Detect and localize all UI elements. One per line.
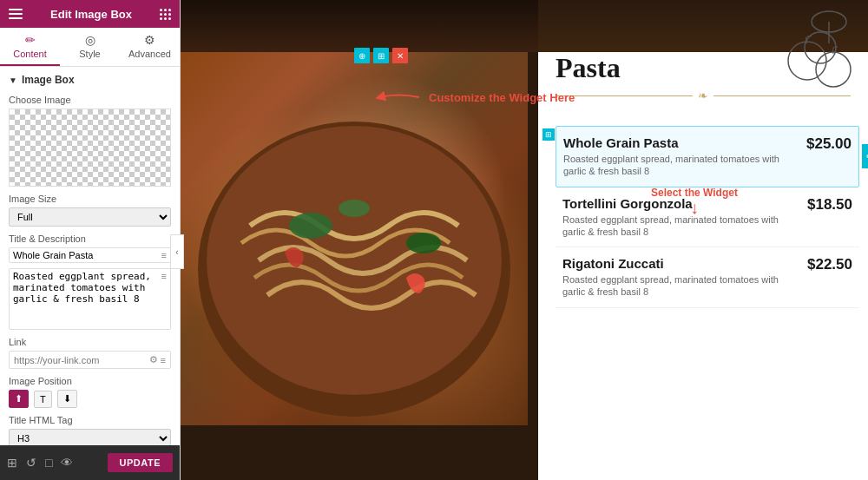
title-html-tag-label: Title HTML Tag — [9, 415, 171, 425]
panel-bottom: ⊞ ↺ □ 👁 UPDATE — [0, 445, 180, 480]
item-edit-btn[interactable]: ✏ — [862, 144, 868, 168]
menu-item-2-price: $22.50 — [807, 256, 852, 273]
link-label: Link — [9, 337, 171, 347]
panel-title: Edit Image Box — [50, 8, 132, 21]
food-image — [181, 52, 528, 425]
choose-image-label: Choose Image — [9, 95, 171, 105]
menu-item-0-desc: Roasted eggplant spread, marinated tomat… — [563, 153, 798, 178]
customize-annotation: Customize the Widget Here — [372, 89, 575, 106]
title-input-row: ≡ — [9, 247, 171, 263]
image-position-label: Image Position — [9, 376, 171, 386]
link-row: ⚙ ≡ — [9, 351, 171, 369]
right-content-area: Pasta ❧ Select the Widget ↓ ⊞ Whole Grai… — [538, 0, 868, 480]
image-box-section-header: ▼ Image Box — [9, 74, 171, 86]
html-tag-row: H3 H1 H2 H4 H5 H6 — [9, 429, 171, 445]
tab-style-label: Style — [79, 49, 100, 59]
menu-item-0-info: Whole Grain Pasta Roasted eggplant sprea… — [563, 135, 798, 178]
img-pos-center-btn[interactable]: T — [34, 391, 52, 408]
bottom-grid-icon[interactable]: ⊞ — [7, 456, 17, 470]
bottom-preview-icon[interactable]: 👁 — [61, 456, 73, 470]
panel-toggle-arrow[interactable]: ‹ — [170, 234, 184, 269]
image-placeholder[interactable] — [9, 108, 171, 187]
svg-point-1 — [207, 126, 502, 395]
hamburger-icon[interactable] — [9, 7, 23, 21]
menu-list: ⊞ Whole Grain Pasta Roasted eggplant spr… — [556, 126, 859, 308]
image-size-row: Full Large Medium Thumbnail — [9, 207, 171, 227]
menu-item-2-info: Rigatoni Zuccati Roasted eggplant spread… — [562, 256, 799, 299]
menu-item-0-name: Whole Grain Pasta — [563, 135, 798, 150]
tab-advanced[interactable]: ⚙ Advanced — [120, 28, 180, 66]
divider-ornament: ❧ — [698, 89, 708, 102]
tab-content-label: Content — [13, 49, 47, 59]
section-collapse-icon[interactable]: ▼ — [9, 76, 17, 85]
bottom-icons: ⊞ ↺ □ 👁 — [7, 456, 73, 470]
main-canvas: ⊕ ⊞ ✕ Pasta ❧ — [181, 0, 868, 480]
panel-header: Edit Image Box — [0, 0, 180, 28]
pasta-title-area: Pasta ❧ — [556, 52, 851, 109]
menu-item-2[interactable]: Rigatoni Zuccati Roasted eggplant spread… — [556, 247, 859, 308]
widget-grid-btn[interactable]: ⊞ — [373, 48, 389, 63]
img-pos-right-btn[interactable]: ⬇ — [57, 390, 77, 408]
customize-annotation-text: Customize the Widget Here — [429, 91, 575, 104]
description-input[interactable]: Roasted eggplant spread, marinated tomat… — [13, 271, 159, 327]
style-tab-icon: ◎ — [85, 33, 95, 47]
link-options-icon[interactable]: ≡ — [161, 355, 166, 365]
content-tab-icon: ✏ — [25, 33, 36, 47]
menu-item-2-name: Rigatoni Zuccati — [562, 256, 799, 271]
image-size-label: Image Size — [9, 194, 171, 204]
title-desc-label: Title & Description — [9, 233, 171, 244]
desc-options-icon[interactable]: ≡ — [161, 271, 167, 281]
svg-point-4 — [339, 200, 370, 217]
panel-content: ▼ Image Box Choose Image Image Size Full… — [0, 67, 180, 445]
bottom-save-icon[interactable]: □ — [45, 456, 52, 470]
bottom-history-icon[interactable]: ↺ — [26, 456, 36, 470]
widget-controls-top: ⊕ ⊞ ✕ — [354, 48, 408, 63]
widget-close-btn[interactable]: ✕ — [392, 48, 408, 63]
pasta-heading: Pasta — [556, 52, 851, 84]
img-pos-left-btn[interactable]: ⬆ — [9, 390, 29, 408]
image-size-select[interactable]: Full Large Medium Thumbnail — [9, 207, 171, 227]
title-options-icon[interactable]: ≡ — [161, 250, 167, 260]
svg-point-3 — [406, 233, 441, 253]
menu-item-0-price: $25.00 — [806, 135, 852, 153]
svg-point-2 — [289, 213, 332, 239]
menu-item-0[interactable]: ⊞ Whole Grain Pasta Roasted eggplant spr… — [556, 126, 859, 187]
menu-item-1-info: Tortellini Gorgonzola Roasted eggplant s… — [562, 196, 799, 239]
annotation-arrow-svg — [372, 89, 424, 106]
update-button[interactable]: UPDATE — [108, 453, 173, 472]
menu-item-1[interactable]: Tortellini Gorgonzola Roasted eggplant s… — [556, 187, 859, 248]
link-input[interactable] — [14, 355, 147, 365]
menu-item-2-desc: Roasted eggplant spread, marinated tomat… — [562, 273, 799, 299]
tab-advanced-label: Advanced — [128, 49, 171, 59]
grid-icon[interactable] — [160, 9, 171, 20]
panel-tabs: ✏ Content ◎ Style ⚙ Advanced — [0, 28, 180, 67]
menu-item-1-price: $18.50 — [807, 196, 852, 214]
section-label: Image Box — [22, 74, 75, 86]
menu-item-1-name: Tortellini Gorgonzola — [562, 196, 799, 211]
image-position-row: ⬆ T ⬇ — [9, 390, 171, 408]
link-settings-icon[interactable]: ⚙ — [149, 354, 158, 365]
html-tag-select[interactable]: H3 H1 H2 H4 H5 H6 — [9, 429, 171, 445]
tab-content[interactable]: ✏ Content — [0, 28, 60, 66]
title-input[interactable] — [13, 250, 159, 260]
widget-move-btn[interactable]: ⊕ — [354, 48, 370, 63]
tab-style[interactable]: ◎ Style — [60, 28, 120, 66]
desc-input-row: Roasted eggplant spread, marinated tomat… — [9, 268, 171, 330]
title-divider: ❧ — [556, 89, 851, 102]
menu-item-1-desc: Roasted eggplant spread, marinated tomat… — [562, 214, 799, 239]
advanced-tab-icon: ⚙ — [144, 33, 155, 47]
item-handle-icon[interactable]: ⊞ — [542, 128, 555, 141]
left-panel: Edit Image Box ✏ Content ◎ Style ⚙ Advan… — [0, 0, 181, 480]
